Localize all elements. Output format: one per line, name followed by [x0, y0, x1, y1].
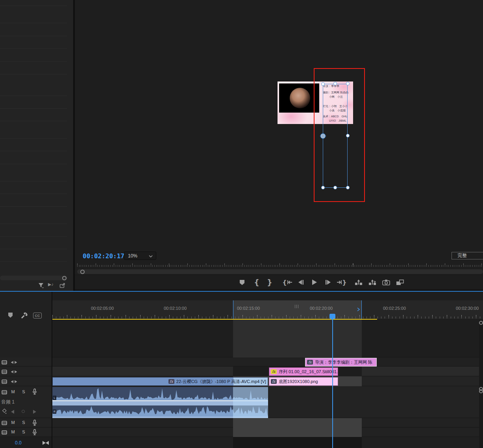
add-keyframe-button[interactable] [22, 410, 25, 413]
extract-icon [368, 279, 376, 285]
zoom-select[interactable]: 10% [124, 252, 156, 260]
sync-lock-icon[interactable] [2, 421, 7, 425]
project-hscrollbar-handle[interactable] [62, 276, 67, 280]
transform-handle-bottom-mid[interactable] [333, 186, 337, 189]
master-level-value[interactable]: 0.0 [15, 440, 22, 446]
new-item-icon[interactable] [59, 282, 65, 289]
mic-icon[interactable] [32, 429, 37, 435]
monitor-hscrollbar[interactable] [77, 269, 483, 274]
mute-button[interactable]: M [9, 429, 17, 434]
solo-button[interactable]: S [20, 420, 27, 425]
transform-bounding-box[interactable] [323, 84, 348, 188]
transport-bar: { } { } [75, 275, 483, 290]
video-vscrollbar-handle[interactable] [479, 321, 483, 325]
play-icon [311, 279, 317, 285]
clip-label: 底图1920X1080.png [279, 379, 318, 385]
track-v3[interactable] [52, 357, 483, 367]
timeline-settings-button[interactable] [20, 312, 28, 319]
track-v2[interactable] [52, 367, 483, 376]
mic-icon[interactable] [32, 389, 37, 395]
lift-icon [355, 279, 363, 285]
project-hscrollbar[interactable] [0, 276, 67, 280]
clip-v1-video[interactable]: fx 22-云樱CG《掳陇》-1080 P 高清-AVC.mp4 [V] [52, 377, 268, 386]
ruler-marker-icon [295, 305, 299, 308]
row-divider [0, 36, 67, 36]
sync-lock-icon[interactable] [2, 430, 7, 435]
eye-icon[interactable] [11, 370, 17, 374]
track-a2[interactable] [52, 418, 483, 428]
keyframe-icon[interactable] [2, 409, 7, 414]
transform-handle-top-mid[interactable] [333, 82, 337, 85]
lift-button[interactable] [353, 276, 364, 288]
monitor-time-ruler[interactable] [77, 263, 483, 269]
sync-lock-icon[interactable] [2, 360, 7, 365]
transform-handle-bottom-right[interactable] [346, 186, 350, 189]
time-ruler[interactable]: 00:02:05:00 00:02:10:00 00:02:15:00 00:0… [52, 300, 483, 319]
play-button[interactable] [309, 276, 320, 288]
master-track-header: 0.0 [0, 437, 52, 448]
sync-lock-icon[interactable] [2, 390, 7, 394]
mic-icon[interactable] [32, 420, 37, 426]
transform-handle-bottom-left[interactable] [321, 186, 325, 189]
mark-in-button[interactable]: { [251, 276, 262, 288]
prev-keyframe-button[interactable] [11, 410, 14, 414]
next-keyframe-button[interactable] [33, 410, 36, 414]
video-empty-area [52, 320, 483, 357]
track-header-v1 [0, 376, 52, 386]
mark-out-button[interactable]: } [264, 276, 275, 288]
step-forward-button[interactable] [323, 276, 334, 288]
playhead-timecode[interactable]: 00:02:20:17 [83, 252, 124, 260]
timeline-vscrollbar[interactable] [479, 320, 483, 448]
step-back-icon [298, 280, 304, 285]
solo-button[interactable]: S [20, 429, 27, 434]
row-divider [0, 96, 67, 96]
add-marker-button[interactable] [237, 276, 248, 288]
filter-bin-icon[interactable] [38, 282, 44, 289]
transform-handle-mid-right[interactable] [346, 134, 350, 137]
clip-a1-audio[interactable]: L R [52, 387, 268, 418]
row-divider [0, 61, 67, 62]
solo-button[interactable]: S [20, 389, 27, 394]
row-divider [0, 108, 67, 109]
go-to-in-button[interactable]: { [282, 276, 293, 288]
eye-icon[interactable] [11, 360, 17, 365]
step-back-button[interactable] [295, 276, 306, 288]
export-frame-button[interactable] [381, 276, 392, 288]
track-a3[interactable] [52, 428, 483, 437]
clip-v1-image[interactable]: fx 底图1920X1080.png [269, 377, 338, 386]
comparison-view-button[interactable] [394, 276, 405, 288]
captions-button[interactable]: CC [33, 313, 42, 318]
transform-handle-top-left[interactable] [321, 82, 325, 86]
program-monitor-panel: 导演：李李李 编剧：王网网 陈晶晶 小网 小兰 灯光：小明 王小小 小美 小花猫… [75, 0, 483, 291]
transform-handle-top-right[interactable] [346, 82, 350, 85]
anchor-point[interactable] [320, 133, 326, 139]
marker-icon [8, 312, 13, 318]
zoom-select-value: 10% [124, 253, 137, 259]
extract-button[interactable] [367, 276, 378, 288]
captions-label: CC [35, 314, 40, 318]
marker-icon [239, 280, 245, 285]
clip-v3-title[interactable]: fx 导演：李李李编剧：王网网 陈 [305, 358, 377, 367]
in-out-track-highlight [233, 428, 362, 437]
timeline-add-marker-button[interactable] [8, 312, 13, 318]
eye-icon[interactable] [11, 380, 17, 384]
track-name[interactable]: 音频 1 [1, 399, 15, 405]
monitor-hscrollbar-handle[interactable] [80, 270, 85, 274]
track-header-a2: M S [0, 418, 52, 428]
track-area-bottom [52, 437, 483, 448]
clip-label: 导演：李李李编剧：王网网 陈 [315, 359, 372, 365]
clip-v2-still[interactable]: fx 序列 01.00_02_16_07.Still001.bmp [269, 367, 338, 376]
row-divider [0, 181, 67, 181]
mute-button[interactable]: M [9, 420, 17, 425]
resolution-select[interactable]: 完整 [452, 252, 483, 259]
timeline-panel: CC 00:02:05:00 00:02:10:00 00:02:15:00 0… [0, 292, 483, 448]
mix-meter-icon[interactable] [43, 441, 49, 445]
sync-lock-icon[interactable] [2, 370, 7, 374]
sync-lock-icon[interactable] [2, 380, 7, 384]
row-divider [0, 249, 67, 249]
preview-play-note-icon[interactable]: ▶♪ [48, 282, 55, 289]
mute-button[interactable]: M [9, 389, 17, 394]
audio-vscrollbar-handle[interactable] [479, 389, 483, 393]
row-divider [0, 206, 67, 207]
go-to-out-button[interactable]: } [336, 276, 347, 288]
